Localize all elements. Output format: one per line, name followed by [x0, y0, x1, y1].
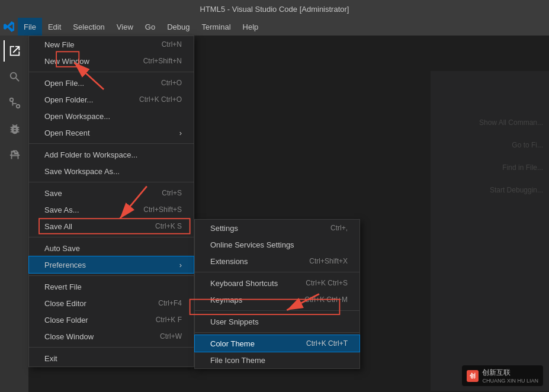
open-recent-arrow: ›: [179, 128, 182, 137]
main-layout: information. Show All Comman... Go to Fi…: [0, 36, 549, 392]
extensions-shortcut: Ctrl+Shift+X: [309, 257, 348, 265]
preferences-arrow: ›: [179, 261, 182, 269]
separator-4: [29, 237, 194, 237]
menu-terminal[interactable]: Terminal: [195, 18, 236, 36]
save-as-shortcut: Ctrl+Shift+S: [143, 205, 182, 214]
extensions-label: Extensions: [210, 257, 297, 266]
menu-bar: File Edit Selection View Go Debug Termin…: [0, 18, 549, 36]
auto-save-label: Auto Save: [44, 244, 182, 253]
activity-debug[interactable]: [4, 118, 25, 140]
menu-file-label: File: [24, 23, 36, 31]
save-workspace-label: Save Workspace As...: [44, 167, 182, 176]
open-workspace-label: Open Workspace...: [44, 112, 170, 121]
close-editor-label: Close Editor: [44, 299, 146, 308]
menu-item-open-recent[interactable]: Open Recent ›: [29, 124, 194, 141]
pref-online-services[interactable]: Online Services Settings: [195, 236, 359, 253]
preferences-label: Preferences: [44, 261, 174, 269]
menu-go[interactable]: Go: [139, 18, 161, 36]
watermark-pinyin: CHUANG XIN HU LIAN: [482, 378, 538, 384]
settings-label: Settings: [210, 224, 319, 233]
menu-item-new-window[interactable]: New Window Ctrl+Shift+N: [29, 53, 194, 69]
separator-1: [29, 72, 194, 72]
pref-user-snippets[interactable]: User Snippets: [195, 313, 359, 330]
menu-item-preferences[interactable]: Preferences ›: [29, 256, 194, 273]
open-recent-label: Open Recent: [44, 128, 174, 137]
preferences-submenu-container: Settings Ctrl+, Online Services Settings…: [194, 219, 360, 369]
new-file-shortcut: Ctrl+N: [162, 40, 182, 49]
online-services-label: Online Services Settings: [210, 240, 348, 249]
shortcut-go-to-file: Go to Fi...: [512, 141, 543, 149]
menu-item-save[interactable]: Save Ctrl+S: [29, 185, 194, 201]
menu-item-close-folder[interactable]: Close Folder Ctrl+K F: [29, 311, 194, 328]
close-editor-shortcut: Ctrl+F4: [158, 299, 182, 307]
user-snippets-label: User Snippets: [210, 317, 348, 326]
revert-label: Revert File: [44, 282, 182, 291]
save-shortcut: Ctrl+S: [162, 189, 182, 197]
open-file-label: Open File...: [44, 79, 149, 88]
activity-explorer[interactable]: [4, 40, 25, 62]
menu-item-save-workspace[interactable]: Save Workspace As...: [29, 163, 194, 179]
menu-help-label: Help: [243, 23, 259, 31]
menu-item-close-window[interactable]: Close Window Ctrl+W: [29, 328, 194, 345]
watermark-chinese: 创新互联: [482, 368, 538, 378]
menu-item-add-folder[interactable]: Add Folder to Workspace...: [29, 146, 194, 163]
menu-item-save-as[interactable]: Save As... Ctrl+Shift+S: [29, 201, 194, 218]
file-menu-dropdown: New File Ctrl+N New Window Ctrl+Shift+N …: [28, 36, 194, 367]
menu-item-close-editor[interactable]: Close Editor Ctrl+F4: [29, 295, 194, 311]
keyboard-shortcuts-label: Keyboard Shortcuts: [210, 279, 294, 288]
menu-item-revert[interactable]: Revert File: [29, 278, 194, 295]
menu-help[interactable]: Help: [237, 18, 265, 36]
menu-view-label: View: [117, 23, 133, 31]
save-all-label: Save All: [44, 222, 143, 231]
save-as-label: Save As...: [44, 205, 131, 214]
pref-file-icon-theme[interactable]: File Icon Theme: [195, 352, 359, 368]
activity-extensions[interactable]: [4, 144, 25, 166]
open-folder-shortcut: Ctrl+K Ctrl+O: [139, 95, 182, 104]
menu-file[interactable]: File: [18, 18, 42, 36]
preferences-dropdown: Settings Ctrl+, Online Services Settings…: [194, 219, 360, 369]
menu-item-open-folder[interactable]: Open Folder... Ctrl+K Ctrl+O: [29, 91, 194, 108]
menu-item-save-all[interactable]: Save All Ctrl+K S: [29, 218, 194, 234]
new-file-label: New File: [44, 40, 150, 49]
menu-item-auto-save[interactable]: Auto Save: [29, 240, 194, 256]
menu-edit-label: Edit: [48, 23, 61, 31]
color-theme-label: Color Theme: [210, 339, 294, 348]
activity-git[interactable]: [4, 92, 25, 114]
file-icon-theme-label: File Icon Theme: [210, 356, 348, 365]
save-all-shortcut: Ctrl+K S: [155, 222, 182, 230]
pref-sep-3: [195, 332, 359, 333]
separator-6: [29, 347, 194, 348]
open-file-shortcut: Ctrl+O: [161, 79, 182, 87]
close-folder-label: Close Folder: [44, 316, 144, 324]
menu-item-open-workspace[interactable]: Open Workspace...: [29, 108, 194, 124]
pref-color-theme[interactable]: Color Theme Ctrl+K Ctrl+T: [195, 335, 359, 352]
shortcut-find-in-files: Find in File...: [502, 163, 543, 172]
menu-selection-label: Selection: [73, 23, 104, 31]
pref-sep-2: [195, 310, 359, 311]
separator-2: [29, 143, 194, 144]
pref-keymaps[interactable]: Keymaps Ctrl+K Ctrl+M: [195, 291, 359, 308]
menu-item-new-file[interactable]: New File Ctrl+N: [29, 36, 194, 53]
pref-extensions[interactable]: Extensions Ctrl+Shift+X: [195, 253, 359, 269]
keymaps-label: Keymaps: [210, 295, 293, 304]
menu-terminal-label: Terminal: [201, 23, 230, 31]
menu-item-exit[interactable]: Exit: [29, 350, 194, 367]
close-window-label: Close Window: [44, 332, 148, 341]
settings-shortcut: Ctrl+,: [330, 224, 348, 232]
menu-view[interactable]: View: [111, 18, 139, 36]
pref-keyboard-shortcuts[interactable]: Keyboard Shortcuts Ctrl+K Ctrl+S: [195, 275, 359, 291]
vscode-icon: [0, 18, 18, 36]
title-bar: HTML5 - Visual Studio Code [Administrato…: [0, 0, 549, 18]
save-label: Save: [44, 189, 150, 198]
menu-item-open-file[interactable]: Open File... Ctrl+O: [29, 75, 194, 91]
window-title: HTML5 - Visual Studio Code [Administrato…: [200, 5, 349, 14]
pref-settings[interactable]: Settings Ctrl+,: [195, 220, 359, 236]
open-folder-label: Open Folder...: [44, 95, 127, 104]
add-folder-label: Add Folder to Workspace...: [44, 150, 182, 159]
keymaps-shortcut: Ctrl+K Ctrl+M: [304, 295, 348, 304]
color-theme-shortcut: Ctrl+K Ctrl+T: [306, 339, 348, 348]
menu-debug[interactable]: Debug: [161, 18, 195, 36]
activity-search[interactable]: [4, 66, 25, 88]
menu-selection[interactable]: Selection: [67, 18, 110, 36]
menu-edit[interactable]: Edit: [42, 18, 67, 36]
